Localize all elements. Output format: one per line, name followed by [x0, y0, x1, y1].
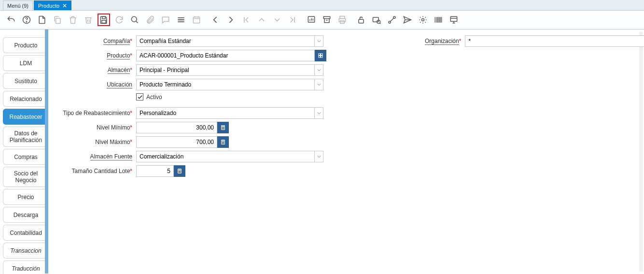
sidebar-item-datos-planificacion[interactable]: Datos dePlanificación — [3, 127, 48, 147]
sidebar-item-producto[interactable]: Producto — [3, 37, 48, 53]
sidebar-item-contabilidad[interactable]: Contabilidad — [3, 225, 48, 241]
activo-checkbox[interactable]: Activo — [136, 93, 162, 101]
svg-rect-18 — [450, 16, 457, 21]
sidebar-item-socio-negocio[interactable]: Socio delNegocio — [3, 167, 48, 187]
svg-point-40 — [180, 172, 181, 173]
chevron-down-icon[interactable] — [315, 35, 323, 47]
svg-rect-12 — [359, 19, 364, 23]
svg-rect-21 — [319, 56, 321, 58]
presentation-icon[interactable] — [448, 14, 460, 26]
form-area: Organización* Compañía* Producto* Almacé… — [48, 29, 644, 274]
svg-rect-20 — [321, 54, 323, 56]
svg-point-28 — [224, 129, 224, 129]
tab-bar: Menú (9) Producto✕ — [0, 0, 644, 11]
svg-point-32 — [224, 142, 224, 143]
nivel-max-field[interactable] — [136, 136, 217, 148]
close-icon[interactable]: ✕ — [62, 2, 67, 9]
zoom-icon[interactable] — [370, 14, 383, 26]
lock-icon[interactable] — [355, 14, 367, 26]
compania-field[interactable] — [136, 35, 315, 47]
side-tabs: Producto LDM Sustituto Relacionado Reaba… — [0, 29, 48, 274]
send-icon[interactable] — [401, 14, 414, 26]
sidebar-item-traduccion[interactable]: Traducción — [3, 260, 48, 274]
refresh-icon — [113, 14, 126, 26]
sidebar-item-ldm[interactable]: LDM — [3, 55, 48, 71]
svg-point-1 — [26, 22, 27, 22]
svg-rect-22 — [321, 56, 323, 58]
message-icon — [159, 14, 172, 26]
chevron-down-icon[interactable] — [315, 79, 323, 90]
next-icon[interactable] — [224, 14, 237, 26]
trash2-icon — [82, 14, 95, 26]
producto-field[interactable] — [136, 50, 315, 61]
workflow-icon[interactable] — [386, 14, 398, 26]
gear-icon[interactable] — [417, 14, 429, 26]
svg-rect-24 — [222, 126, 224, 127]
svg-point-38 — [180, 171, 181, 172]
label-compania: Compañía* — [58, 38, 136, 44]
svg-point-26 — [224, 128, 224, 128]
up-icon — [255, 14, 268, 26]
svg-point-39 — [179, 172, 179, 173]
sidebar-item-relacionado[interactable]: Relacionado — [3, 91, 48, 107]
svg-rect-4 — [102, 20, 106, 23]
down-icon — [271, 14, 283, 26]
attach-icon — [144, 14, 156, 26]
last-icon — [286, 14, 299, 26]
new-icon[interactable] — [36, 14, 48, 26]
barcode-icon[interactable] — [432, 14, 445, 26]
toolbar — [0, 11, 644, 29]
form-scroll[interactable] — [639, 31, 643, 272]
print-icon — [336, 14, 349, 26]
chevron-down-icon[interactable] — [315, 64, 323, 76]
sidebar-item-sustituto[interactable]: Sustituto — [3, 73, 48, 89]
svg-point-27 — [222, 129, 223, 129]
calculator-icon[interactable] — [217, 122, 229, 133]
help-icon[interactable] — [20, 14, 33, 26]
check-icon — [136, 93, 143, 101]
sidebar-item-precio[interactable]: Precio — [3, 189, 48, 205]
tam-lote-field[interactable] — [136, 165, 174, 177]
calculator-icon[interactable] — [217, 136, 229, 148]
label-tipo-reab: Tipo de Reabastecimiento* — [58, 110, 136, 116]
label-tam-lote: Tamaño Cantidad Lote* — [58, 168, 136, 174]
first-icon — [240, 14, 252, 26]
prev-icon[interactable] — [209, 14, 222, 26]
label-nivel-max: Nivel Máximo* — [58, 139, 136, 145]
nivel-min-field[interactable] — [136, 122, 217, 133]
ubicacion-field[interactable] — [136, 79, 315, 90]
copy-icon — [51, 14, 64, 26]
side-scroll[interactable] — [45, 29, 48, 36]
tipo-reab-field[interactable] — [136, 107, 315, 119]
chevron-down-icon[interactable] — [315, 107, 323, 119]
trash-icon — [67, 14, 79, 26]
almacen-field[interactable] — [136, 64, 315, 76]
svg-rect-6 — [193, 17, 199, 23]
svg-rect-3 — [102, 16, 106, 18]
sidebar-item-reabastecer[interactable]: Reabastecer — [3, 109, 48, 125]
sidebar-item-transaccion[interactable]: Transaccion — [3, 243, 48, 259]
label-ubicacion: Ubicación — [58, 81, 136, 88]
search-icon[interactable] — [128, 14, 141, 26]
undo-icon[interactable] — [5, 14, 17, 26]
lookup-icon[interactable] — [315, 50, 326, 61]
label-almacen-fuente: Almacén Fuente — [58, 153, 136, 160]
organizacion-field[interactable] — [465, 35, 644, 47]
label-activo: Activo — [146, 94, 162, 101]
report-icon[interactable] — [305, 14, 318, 26]
svg-point-34 — [224, 143, 224, 144]
svg-rect-30 — [222, 141, 224, 142]
sidebar-item-descarga[interactable]: Descarga — [3, 207, 48, 223]
svg-point-31 — [222, 142, 223, 143]
tab-menu[interactable]: Menú (9) — [3, 0, 33, 10]
calculator-icon[interactable] — [174, 165, 185, 177]
list-icon[interactable] — [175, 14, 187, 26]
almacen-fuente-field[interactable] — [136, 151, 315, 162]
sidebar-item-compras[interactable]: Compras — [3, 149, 48, 165]
archive-icon[interactable] — [321, 14, 333, 26]
chevron-down-icon[interactable] — [315, 151, 323, 162]
save-icon[interactable] — [98, 14, 110, 26]
label-organizacion: Organización* — [425, 38, 465, 44]
calendar-icon — [190, 14, 203, 26]
tab-producto[interactable]: Producto✕ — [34, 0, 71, 10]
